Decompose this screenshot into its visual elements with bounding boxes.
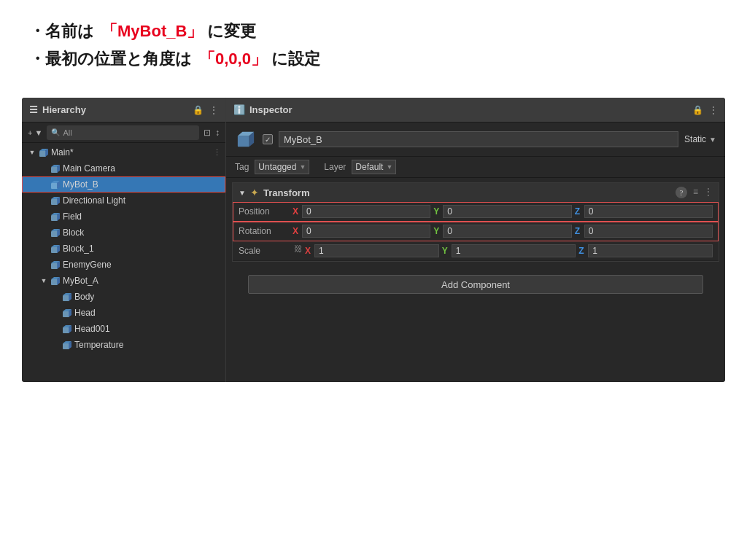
tree-item-head[interactable]: Head <box>22 305 225 321</box>
svg-rect-18 <box>51 247 58 253</box>
position-x-label: X <box>293 206 300 217</box>
tree-label-head: Head <box>74 308 96 318</box>
transform-settings-icon[interactable]: ≡ <box>693 187 698 198</box>
transform-more-icon[interactable]: ⋮ <box>704 187 713 198</box>
inspector-title: ℹ️ Inspector <box>233 104 293 115</box>
tree-label-body: Body <box>74 292 94 302</box>
scale-z-field: Z <box>578 244 713 257</box>
tree-label-mybot-a: MyBot_A <box>63 276 98 286</box>
hierarchy-panel: ☰ Hierarchy 🔒 ⋮ + ▼ 🔍 All ⊡ ↕ <box>22 98 226 382</box>
rotation-x-input[interactable] <box>302 225 430 238</box>
scale-row: Scale ⛓ X Y Z <box>233 241 719 261</box>
object-name-bar: ✓ Static ▼ <box>226 122 725 157</box>
svg-rect-36 <box>63 343 69 349</box>
sort-icon[interactable]: ↕ <box>215 128 220 138</box>
position-label: Position <box>239 206 290 217</box>
rotation-xyz-group: X Y Z <box>293 225 713 238</box>
highlight-values: 「0,0,0」 <box>199 48 267 70</box>
svg-rect-15 <box>51 231 58 237</box>
tree-item-field[interactable]: Field <box>22 209 225 225</box>
inspector-panel: ℹ️ Inspector 🔒 ⋮ ✓ Static ▼ <box>226 98 725 382</box>
tree-item-enemygene[interactable]: EnemyGene <box>22 257 225 273</box>
tree-item-block[interactable]: Block <box>22 225 225 241</box>
tree-item-main-camera[interactable]: Main Camera <box>22 160 225 176</box>
scale-y-input[interactable] <box>452 244 576 257</box>
tree-item-more-main[interactable]: ⋮ <box>213 148 221 158</box>
tree-item-mybot-b[interactable]: MyBot_B <box>22 176 225 192</box>
inspector-header: ℹ️ Inspector 🔒 ⋮ <box>226 98 725 122</box>
transform-info-icon[interactable]: ? <box>676 187 687 198</box>
tree-item-head001[interactable]: Head001 <box>22 321 225 337</box>
scale-link-icon[interactable]: ⛓ <box>294 244 302 257</box>
rotation-z-label: Z <box>575 226 582 236</box>
tree-item-body[interactable]: Body <box>22 289 225 305</box>
search-text: All <box>63 128 71 137</box>
rotation-row: Rotation X Y Z <box>233 222 719 241</box>
tree-label-enemygene: EnemyGene <box>63 260 112 270</box>
position-y-field: Y <box>433 205 571 218</box>
scale-y-label: Y <box>442 246 449 256</box>
cube-icon-field <box>50 211 60 222</box>
tree-label-field: Field <box>63 211 82 222</box>
object-enabled-checkbox[interactable]: ✓ <box>263 134 273 144</box>
transform-icon: ✦ <box>250 187 259 198</box>
inspector-more-icon[interactable]: ⋮ <box>709 105 718 115</box>
tree-item-block1[interactable]: Block_1 <box>22 241 225 257</box>
position-y-input[interactable] <box>443 205 571 218</box>
tree-item-temperature[interactable]: Temperature <box>22 337 225 353</box>
position-z-field: Z <box>575 205 713 218</box>
object-name-input[interactable] <box>279 131 678 147</box>
static-badge: Static ▼ <box>684 134 716 144</box>
add-component-button[interactable]: Add Component <box>248 275 703 294</box>
svg-rect-24 <box>51 279 58 285</box>
search-box[interactable]: 🔍 All <box>47 125 199 140</box>
tree-item-mybot-a[interactable]: MyBot_A <box>22 273 225 289</box>
annotation-line-1: ・名前は 「MyBot_B」 に変更 <box>29 20 718 42</box>
cube-icon-head001 <box>61 324 71 334</box>
scale-z-input[interactable] <box>588 244 713 257</box>
svg-rect-33 <box>63 327 69 333</box>
hierarchy-header: ☰ Hierarchy 🔒 ⋮ <box>22 98 225 122</box>
transform-fields: Position X Y Z <box>233 202 719 261</box>
cube-icon-enemygene <box>50 260 60 270</box>
transform-title: Transform <box>263 187 671 198</box>
cube-icon-directional-light <box>50 195 60 206</box>
svg-rect-30 <box>63 311 69 317</box>
tree-item-directional-light[interactable]: Directional Light <box>22 192 225 209</box>
position-row: Position X Y Z <box>233 202 719 222</box>
lock-icon[interactable]: 🔒 <box>193 105 204 115</box>
tag-select[interactable]: Untagged ▼ <box>255 160 309 174</box>
position-y-label: Y <box>433 206 441 217</box>
tree-label-mybot-b: MyBot_B <box>63 179 98 190</box>
rotation-z-input[interactable] <box>584 225 713 238</box>
svg-rect-27 <box>63 295 69 301</box>
hierarchy-title: ☰ Hierarchy <box>29 104 86 115</box>
tree-label-temperature: Temperature <box>74 340 123 350</box>
layer-select[interactable]: Default ▼ <box>352 160 396 174</box>
more-options-icon[interactable]: ⋮ <box>209 105 218 115</box>
cube-icon-mybot-b <box>50 179 60 190</box>
static-dropdown-arrow[interactable]: ▼ <box>709 136 716 144</box>
tree-label-block1: Block_1 <box>63 244 94 254</box>
rotation-y-input[interactable] <box>443 225 571 238</box>
sync-icon[interactable]: ⊡ <box>204 128 211 138</box>
tag-dropdown-arrow: ▼ <box>299 163 306 171</box>
position-x-input[interactable] <box>302 205 430 218</box>
scale-y-field: Y <box>442 244 576 257</box>
tree-label-head001: Head001 <box>74 324 110 334</box>
position-z-input[interactable] <box>584 205 713 218</box>
scale-x-input[interactable] <box>314 244 439 257</box>
rotation-x-label: X <box>293 226 300 236</box>
inspector-lock-icon[interactable]: 🔒 <box>692 105 703 115</box>
position-xyz-group: X Y Z <box>293 205 713 218</box>
add-object-button[interactable]: + ▼ <box>28 128 42 137</box>
scale-xyz-group: ⛓ X Y Z <box>293 244 713 257</box>
inspector-header-icons: 🔒 ⋮ <box>692 105 718 115</box>
hierarchy-tree: Main* ⋮ Main Camera <box>22 143 225 382</box>
cube-icon-mybot-a <box>50 276 60 286</box>
transform-expand-arrow[interactable]: ▼ <box>239 189 246 197</box>
tree-arrow-mybot-a <box>39 276 48 285</box>
hierarchy-header-icons: 🔒 ⋮ <box>193 105 218 115</box>
svg-rect-3 <box>51 167 58 173</box>
tree-item-main[interactable]: Main* ⋮ <box>22 144 225 160</box>
